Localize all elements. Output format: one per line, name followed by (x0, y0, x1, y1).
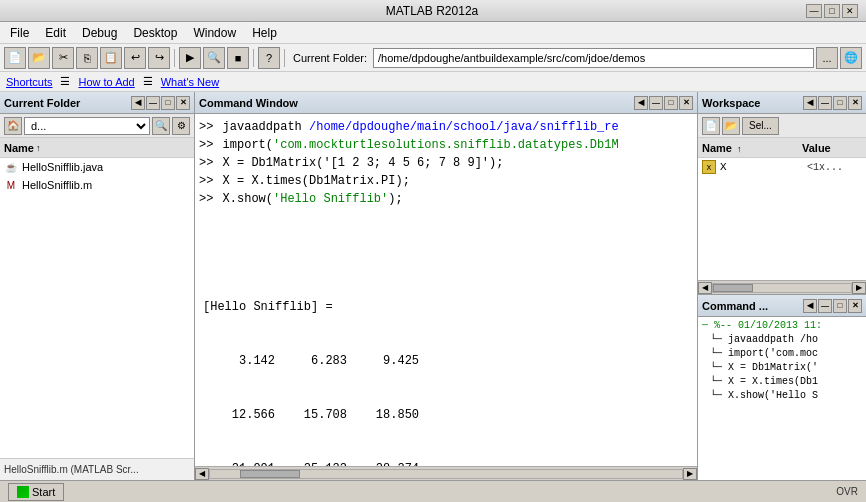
history-cmd-5[interactable]: └─ X.show('Hello S (702, 389, 862, 403)
history-cmd-3[interactable]: └─ X = Db1Matrix(' (702, 361, 862, 375)
cmd-text-4: X = X.times(Db1Matrix.PI); (215, 172, 409, 190)
history-content[interactable]: ─ %-- 01/10/2013 11: └─ javaaddpath /ho … (698, 317, 866, 480)
ws-scroll-left[interactable]: ◀ (698, 282, 712, 294)
m-file-icon: M (4, 178, 18, 192)
hist-close-btn[interactable]: ✕ (848, 299, 862, 313)
ws-min-btn[interactable]: — (818, 96, 832, 110)
new-file-btn[interactable]: 📄 (4, 47, 26, 69)
redo-btn[interactable]: ↪ (148, 47, 170, 69)
java-file-icon: ☕ (4, 160, 18, 174)
menu-bar: File Edit Debug Desktop Window Help (0, 22, 866, 44)
ws-var-icon: X (702, 160, 716, 174)
cmd-pin-btn[interactable]: ◀ (634, 96, 648, 110)
menu-debug[interactable]: Debug (74, 24, 125, 42)
command-window-title: Command Window (199, 97, 634, 109)
history-header: Command ... ◀ — □ ✕ (698, 295, 866, 317)
current-folder-status: HelloSnifflib.m (MATLAB Scr... (0, 458, 194, 480)
history-cmd-4[interactable]: └─ X = X.times(Db1 (702, 375, 862, 389)
cmd-text-5b: 'Hello Snifflib' (273, 190, 388, 208)
ws-select-btn[interactable]: Sel... (742, 117, 779, 135)
cmd-min-btn[interactable]: — (649, 96, 663, 110)
current-folder-label: Current Folder: (293, 52, 367, 64)
folder-search-btn[interactable]: 🔍 (152, 117, 170, 135)
output-blank1 (203, 244, 693, 262)
window-controls[interactable]: — □ ✕ (806, 4, 858, 18)
start-icon (17, 486, 29, 498)
current-folder-header: Current Folder ◀ — □ ✕ (0, 92, 194, 114)
path-input[interactable] (373, 48, 814, 68)
panel-min-btn[interactable]: — (146, 96, 160, 110)
folder-path-select[interactable]: d... (24, 117, 150, 135)
ws-open-btn[interactable]: 📂 (722, 117, 740, 135)
cmd-line-2: >> import('com.mockturtlesolutions.sniff… (199, 136, 693, 154)
prompt-5: >> (199, 190, 213, 208)
open-btn[interactable]: 📂 (28, 47, 50, 69)
toolbar-sep1 (174, 49, 175, 67)
file-list-header: Name ↑ (0, 138, 194, 158)
cmd-close-btn[interactable]: ✕ (679, 96, 693, 110)
whats-new-link[interactable]: What's New (161, 76, 219, 88)
command-window-content[interactable]: >> javaaddpath /home/dpdoughe/main/schoo… (195, 114, 697, 466)
start-button[interactable]: Start (8, 483, 64, 501)
status-bar: Start OVR (0, 480, 866, 502)
ws-new-btn[interactable]: 📄 (702, 117, 720, 135)
refresh-btn[interactable]: 🌐 (840, 47, 862, 69)
copy-btn[interactable]: ⎘ (76, 47, 98, 69)
menu-file[interactable]: File (2, 24, 37, 42)
workspace-toolbar: 📄 📂 Sel... (698, 114, 866, 138)
how-to-add-link[interactable]: How to Add (78, 76, 134, 88)
output-row2: 12.566 15.708 18.850 (203, 406, 693, 424)
menu-help[interactable]: Help (244, 24, 285, 42)
file-item-java[interactable]: ☕ HelloSnifflib.java (0, 158, 194, 176)
ws-scrollbar[interactable]: ◀ ▶ (698, 280, 866, 294)
hist-pin-btn[interactable]: ◀ (803, 299, 817, 313)
folder-toolbar: 🏠 d... 🔍 ⚙ (0, 114, 194, 138)
folder-up-btn[interactable]: 🏠 (4, 117, 22, 135)
panel-close-btn[interactable]: ✕ (176, 96, 190, 110)
cmd-text-2a: import( (215, 136, 273, 154)
file-item-m[interactable]: M HelloSnifflib.m (0, 176, 194, 194)
menu-desktop[interactable]: Desktop (125, 24, 185, 42)
cmd-max-btn[interactable]: □ (664, 96, 678, 110)
ovr-indicator: OVR (836, 486, 858, 497)
panel-max-btn[interactable]: □ (161, 96, 175, 110)
right-panels: Workspace ◀ — □ ✕ 📄 📂 Sel... Name ↑ Valu… (698, 92, 866, 480)
cut-btn[interactable]: ✂ (52, 47, 74, 69)
ws-close-btn[interactable]: ✕ (848, 96, 862, 110)
stop-btn[interactable]: ■ (227, 47, 249, 69)
cmd-line-5: >> X.show('Hello Snifflib'); (199, 190, 693, 208)
ws-item-X[interactable]: X X <1x... (698, 158, 866, 176)
history-cmd-2[interactable]: └─ import('com.moc (702, 347, 862, 361)
cmd-line-1: >> javaaddpath /home/dpdoughe/main/schoo… (199, 118, 693, 136)
paste-btn[interactable]: 📋 (100, 47, 122, 69)
command-window-panel: Command Window ◀ — □ ✕ >> javaaddpath /h… (195, 92, 698, 480)
ws-scroll-right[interactable]: ▶ (852, 282, 866, 294)
menu-window[interactable]: Window (185, 24, 244, 42)
ws-pin-btn[interactable]: ◀ (803, 96, 817, 110)
minimize-button[interactable]: — (806, 4, 822, 18)
ws-panel-btns: ◀ — □ ✕ (803, 96, 862, 110)
scroll-thumb[interactable] (240, 470, 300, 478)
debug-btn[interactable]: 🔍 (203, 47, 225, 69)
cmd-scrollbar[interactable]: ◀ ▶ (195, 466, 697, 480)
scroll-left-btn[interactable]: ◀ (195, 468, 209, 480)
menu-edit[interactable]: Edit (37, 24, 74, 42)
hist-min-btn[interactable]: — (818, 299, 832, 313)
undo-btn[interactable]: ↩ (124, 47, 146, 69)
run-btn[interactable]: ▶ (179, 47, 201, 69)
shortcuts-link[interactable]: Shortcuts (6, 76, 52, 88)
ws-scroll-track (712, 283, 852, 293)
ws-max-btn[interactable]: □ (833, 96, 847, 110)
ws-scroll-thumb[interactable] (713, 284, 753, 292)
help-btn[interactable]: ? (258, 47, 280, 69)
title-bar: MATLAB R2012a — □ ✕ (0, 0, 866, 22)
close-button[interactable]: ✕ (842, 4, 858, 18)
scroll-right-btn[interactable]: ▶ (683, 468, 697, 480)
hist-max-btn[interactable]: □ (833, 299, 847, 313)
history-cmd-1[interactable]: └─ javaaddpath /ho (702, 333, 862, 347)
folder-actions-btn[interactable]: ⚙ (172, 117, 190, 135)
maximize-button[interactable]: □ (824, 4, 840, 18)
panel-pin-btn[interactable]: ◀ (131, 96, 145, 110)
browse-btn[interactable]: ... (816, 47, 838, 69)
hist-text-5: X.show('Hello S (728, 390, 818, 401)
